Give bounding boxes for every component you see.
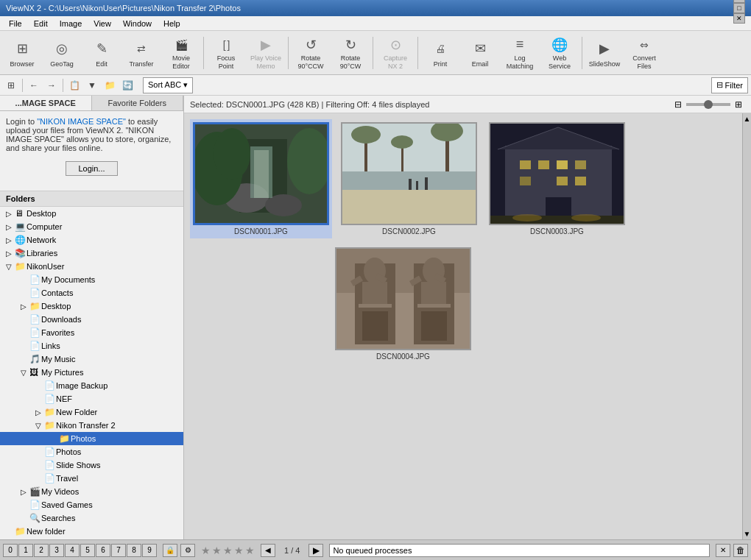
- nikon-image-space-link[interactable]: "NIKON IMAGE SPACE": [37, 117, 126, 126]
- digit-7[interactable]: 7: [111, 544, 126, 557]
- close-bottom-button[interactable]: ✕: [716, 544, 730, 557]
- tree-item-image-backup[interactable]: 📄 Image Backup: [0, 379, 183, 392]
- movie-editor-button[interactable]: 🎬 Movie Editor: [162, 33, 200, 73]
- tree-item-computer[interactable]: ▷ 💻 Computer: [0, 220, 183, 233]
- scroll-up-arrow[interactable]: ▲: [744, 115, 751, 123]
- tree-item-travel[interactable]: 📄 Travel: [0, 472, 183, 485]
- right-panel-scrollbar[interactable]: ▲ ▼: [742, 113, 751, 539]
- print-button[interactable]: 🖨 Print: [421, 33, 459, 73]
- zoom-slider[interactable]: [686, 103, 730, 106]
- tab-image-space[interactable]: ...MAGE SPACE: [0, 96, 92, 110]
- tree-item-desktop2[interactable]: ▷ 📁 Desktop: [0, 300, 183, 313]
- dropdown-button[interactable]: ▼: [84, 77, 100, 93]
- expand-desktop[interactable]: ▷: [3, 208, 15, 219]
- expand-computer[interactable]: ▷: [3, 221, 15, 233]
- lock-button[interactable]: 🔒: [163, 544, 177, 557]
- digit-8[interactable]: 8: [127, 544, 141, 557]
- tree-item-nikon-transfer-2[interactable]: ▽ 📁 Nikon Transfer 2: [0, 419, 183, 432]
- digit-6[interactable]: 6: [96, 544, 110, 557]
- grid-view-button[interactable]: ⊞: [3, 77, 19, 93]
- image-cell-1[interactable]: DSCN0001.JPG: [190, 119, 332, 238]
- menu-item-edit[interactable]: Edit: [28, 18, 54, 29]
- digit-1[interactable]: 1: [18, 544, 33, 557]
- tree-item-searches[interactable]: 🔍 Searches: [0, 511, 183, 525]
- browser-button[interactable]: ⊞ Browser: [3, 33, 41, 73]
- tree-item-desktop[interactable]: ▷ 🖥 Desktop: [0, 207, 183, 220]
- tree-item-nef[interactable]: 📄 NEF: [0, 392, 183, 405]
- digit-4[interactable]: 4: [65, 544, 80, 557]
- menu-item-image[interactable]: Image: [54, 18, 88, 29]
- expand-nikon-transfer-2[interactable]: ▽: [32, 419, 44, 431]
- tab-favorite-folders[interactable]: Favorite Folders: [92, 96, 184, 110]
- digit-2[interactable]: 2: [34, 544, 49, 557]
- menu-item-help[interactable]: Help: [158, 18, 186, 29]
- nav-prev-button[interactable]: ◀: [261, 544, 275, 557]
- star-4[interactable]: ★: [234, 545, 244, 556]
- tree-item-nikonuser[interactable]: ▽ 📁 NikonUser: [0, 260, 183, 273]
- tree-item-photos[interactable]: 📁 Photos: [0, 432, 183, 445]
- image-cell-2[interactable]: DSCN0002.JPG: [338, 119, 480, 238]
- digit-0[interactable]: 0: [3, 544, 18, 557]
- list-view-button[interactable]: ⊞: [732, 98, 745, 111]
- menu-item-view[interactable]: View: [88, 18, 117, 29]
- transfer-button[interactable]: ⇄ Transfer: [122, 33, 161, 73]
- star-5[interactable]: ★: [245, 545, 255, 556]
- tree-item-my-pictures[interactable]: ▽ 🖼 My Pictures: [0, 366, 183, 379]
- log-matching-button[interactable]: ≡ Log Matching: [501, 33, 539, 73]
- nav-forward-button[interactable]: →: [43, 77, 60, 93]
- slideshow-button[interactable]: ▶ SlideShow: [585, 33, 624, 73]
- tree-item-my-music[interactable]: 🎵 My Music: [0, 352, 183, 366]
- expand-my-pictures[interactable]: ▽: [18, 366, 29, 378]
- focus-point-button[interactable]: [ ] Focus Point: [207, 33, 245, 73]
- email-button[interactable]: ✉ Email: [461, 33, 499, 73]
- tree-item-saved-games[interactable]: 📄 Saved Games: [0, 498, 183, 511]
- tree-item-new-folder[interactable]: ▷ 📁 New Folder: [0, 405, 183, 419]
- nav-back-button[interactable]: ←: [26, 77, 42, 93]
- tree-item-slide-shows[interactable]: 📄 Slide Shows: [0, 458, 183, 472]
- tree-item-my-videos[interactable]: ▷ 🎬 My Videos: [0, 485, 183, 498]
- maximize-button[interactable]: □: [733, 3, 745, 13]
- star-2[interactable]: ★: [212, 545, 222, 556]
- tree-item-libraries[interactable]: ▷ 📚 Libraries: [0, 247, 183, 260]
- filter-button[interactable]: ⊟ Filter: [711, 77, 748, 93]
- tree-item-my-documents[interactable]: 📄 My Documents: [0, 273, 183, 286]
- play-button[interactable]: ▶: [308, 544, 323, 557]
- convert-files-button[interactable]: ⇔ Convert Files: [625, 33, 663, 73]
- tree-item-photos2[interactable]: 📄 Photos: [0, 445, 183, 458]
- copy-button[interactable]: 📋: [66, 77, 82, 93]
- login-button[interactable]: Login...: [66, 161, 117, 176]
- digit-5[interactable]: 5: [80, 544, 95, 557]
- play-voice-memo-button[interactable]: ▶ Play Voice Memo: [247, 33, 285, 73]
- expand-network[interactable]: ▷: [3, 234, 15, 246]
- rotate-ccw-button[interactable]: ↺ Rotate 90°CCW: [292, 33, 330, 73]
- expand-nikonuser[interactable]: ▽: [3, 260, 15, 272]
- tree-item-new-folder2[interactable]: 📁 New folder: [0, 525, 183, 538]
- scroll-down-arrow[interactable]: ▼: [744, 530, 751, 538]
- sort-button[interactable]: Sort ABC ▾: [143, 77, 193, 93]
- expand-my-videos[interactable]: ▷: [18, 486, 29, 497]
- tree-item-downloads[interactable]: 📄 Downloads: [0, 313, 183, 326]
- web-service-button[interactable]: 🌐 Web Service: [540, 33, 579, 73]
- settings-button[interactable]: ⚙: [180, 544, 195, 557]
- image-cell-3[interactable]: DSCN0003.JPG: [486, 119, 628, 238]
- thumbnail-view-button[interactable]: ⊟: [671, 98, 685, 111]
- tree-item-contacts[interactable]: 📄 Contacts: [0, 286, 183, 300]
- tree-item-links[interactable]: 📄 Links: [0, 339, 183, 352]
- refresh-button[interactable]: 🔄: [119, 77, 135, 93]
- image-cell-4[interactable]: DSCN0004.JPG: [332, 244, 474, 364]
- star-1[interactable]: ★: [201, 545, 211, 556]
- geotag-button[interactable]: ◎ GeoTag: [43, 33, 81, 73]
- menu-item-window[interactable]: Window: [117, 18, 158, 29]
- expand-new-folder[interactable]: ▷: [32, 406, 44, 418]
- rotate-cw-button[interactable]: ↻ Rotate 90°CW: [331, 33, 370, 73]
- digit-9[interactable]: 9: [142, 544, 157, 557]
- expand-desktop2[interactable]: ▷: [18, 300, 29, 312]
- folder-button[interactable]: 📁: [102, 77, 118, 93]
- tree-item-network[interactable]: ▷ 🌐 Network: [0, 233, 183, 247]
- delete-button[interactable]: 🗑: [733, 544, 748, 557]
- tree-item-favorites[interactable]: 📄 Favorites: [0, 326, 183, 339]
- menu-item-file[interactable]: File: [3, 18, 28, 29]
- close-button[interactable]: ✕: [733, 13, 745, 24]
- expand-libraries[interactable]: ▷: [3, 247, 15, 259]
- capture-nx2-button[interactable]: ⊙ Capture NX 2: [376, 33, 415, 73]
